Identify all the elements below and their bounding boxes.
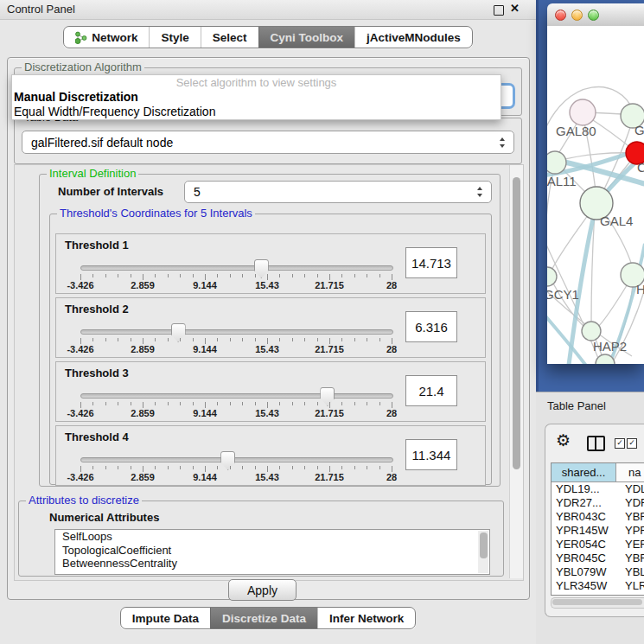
tick-label: 9.144 — [193, 408, 217, 418]
attribute-item-betweennesscentrality[interactable]: BetweennessCentrality — [55, 557, 489, 571]
cell-shared-name: YBL079W — [552, 565, 620, 579]
slider-tick-marks — [80, 338, 392, 344]
zoom-traffic-light-icon[interactable] — [588, 10, 599, 21]
tab-network[interactable]: Network — [64, 27, 149, 48]
threshold-label: Threshold 4 — [65, 430, 129, 443]
table-panel-title: Table Panel — [547, 399, 606, 412]
slider-tick-labels: -3.4262.8599.14415.4321.71528 — [80, 344, 392, 354]
threshold-value-field[interactable]: 11.344 — [405, 439, 457, 470]
cell-shared-name: YDR27... — [552, 496, 620, 510]
threshold-slider-track[interactable] — [80, 393, 393, 399]
tab-impute-data[interactable]: Impute Data — [121, 608, 210, 628]
table-panel-titlebar: Table Panel — [536, 392, 644, 422]
tab-select[interactable]: Select — [201, 27, 258, 48]
threshold-slider-track[interactable] — [80, 457, 393, 462]
attributes-list-scrollbar[interactable] — [478, 531, 488, 573]
table-row[interactable]: YBL079WYBL0 — [552, 565, 644, 579]
tick-label: 15.43 — [255, 472, 279, 482]
network-canvas[interactable]: GAL80GACGAL11GAL4GCY1HHAP2 — [547, 26, 644, 364]
attribute-item-topologicalcoefficient[interactable]: TopologicalCoefficient — [55, 544, 489, 558]
number-of-intervals-combobox[interactable]: 5 — [184, 181, 492, 203]
network-node-label: H — [636, 282, 644, 296]
table-horizontal-scrollbar[interactable] — [551, 597, 644, 609]
attribute-item-selfloops[interactable]: SelfLoops — [55, 530, 489, 544]
slider-tick-labels: -3.4262.8599.14415.4321.71528 — [80, 280, 392, 290]
table-row[interactable]: YDR27...YDR2 — [552, 496, 644, 510]
tick-label: 21.715 — [315, 344, 344, 354]
tab-jactivemnodules[interactable]: jActiveMNodules — [354, 27, 472, 48]
table-panel: ⚙ ✓ ✓ shared...na YDL19...YDL1YDR27...YD… — [536, 420, 644, 644]
column-header-na[interactable]: na — [616, 463, 644, 481]
tab-infer-network[interactable]: Infer Network — [317, 608, 415, 628]
settings-scrollbar-thumb[interactable] — [513, 177, 520, 469]
threshold-value-field[interactable]: 14.713 — [405, 247, 457, 278]
slider-tick-marks — [80, 274, 392, 280]
network-node-HAP2[interactable] — [582, 322, 601, 341]
network-node-label: GCY1 — [547, 287, 579, 302]
tab-discretize-data[interactable]: Discretize Data — [210, 608, 317, 628]
table-row[interactable]: YDL19...YDL1 — [552, 482, 644, 496]
network-node-label: GA — [634, 123, 644, 137]
table-data-combobox-value: galFiltered.sif default node — [31, 136, 173, 150]
threshold-value-field[interactable]: 21.4 — [405, 375, 457, 406]
minimize-traffic-light-icon[interactable] — [571, 10, 583, 21]
node-attribute-table[interactable]: shared...na YDL19...YDL1YDR27...YDR2YBR0… — [551, 462, 644, 596]
table-row[interactable]: YLR345WYLR3 — [552, 579, 644, 593]
network-node-label: C — [637, 160, 644, 175]
network-node-label: GAL11 — [547, 174, 577, 188]
control-panel: Control Panel ✕ NetworkStyleSelectCyni T… — [0, 0, 537, 644]
cell-shared-name: YDL19... — [552, 482, 620, 496]
algorithm-option-manual-discretization[interactable]: Manual Discretization — [12, 90, 501, 105]
tab-cyni-toolbox[interactable]: Cyni Toolbox — [258, 27, 355, 48]
network-node-label: GAL80 — [556, 124, 596, 138]
threshold-value-field[interactable]: 6.316 — [405, 311, 457, 342]
cell-name: YDL1 — [620, 482, 644, 496]
network-node-GAL11[interactable] — [547, 151, 566, 174]
checkbox-icon[interactable]: ✓ — [627, 438, 637, 449]
table-row[interactable]: YBR045CYBR0 — [552, 552, 644, 565]
table-row[interactable]: YER054CYER0 — [552, 538, 644, 552]
numerical-attributes-list[interactable]: SelfLoopsTopologicalCoefficientBetweenne… — [54, 529, 490, 575]
algorithm-dropdown-hint: Select algorithm to view settings — [12, 76, 501, 90]
table-row[interactable]: YPR145WYPR1 — [552, 524, 644, 538]
cell-name: YIL0 — [620, 593, 644, 596]
table-row[interactable]: YBR043CYBR0 — [552, 510, 644, 524]
network-node-GCY1[interactable] — [547, 267, 557, 286]
tick-label: 2.859 — [131, 344, 155, 354]
split-columns-icon[interactable] — [587, 436, 605, 451]
close-icon[interactable]: ✕ — [510, 2, 520, 15]
cell-name: YDR2 — [620, 496, 644, 510]
tick-label: 28 — [386, 472, 397, 482]
algorithm-option-equal-width-frequency-discretization[interactable]: Equal Width/Frequency Discretization — [12, 105, 501, 119]
control-panel-titlebar: Control Panel ✕ — [0, 0, 536, 20]
tab-style[interactable]: Style — [149, 27, 200, 48]
gear-icon[interactable]: ⚙ — [556, 432, 571, 449]
cell-name: YLR3 — [620, 579, 644, 593]
slider-tick-marks — [80, 402, 392, 408]
settings-vertical-scrollbar[interactable] — [509, 165, 523, 578]
network-node-GAL80[interactable] — [570, 99, 596, 125]
table-row[interactable]: YIL052CYIL0 — [552, 593, 644, 596]
threshold-slider-track[interactable] — [80, 329, 393, 335]
close-traffic-light-icon[interactable] — [555, 10, 566, 21]
network-node-label: HAP2 — [593, 339, 627, 354]
checkbox-icon[interactable]: ✓ — [615, 438, 625, 449]
apply-button[interactable]: Apply — [228, 579, 296, 601]
threshold-slider-track[interactable] — [80, 265, 393, 271]
attributes-group-title: Attributes to discretize — [26, 494, 142, 507]
table-panel-inner: ⚙ ✓ ✓ shared...na YDL19...YDL1YDR27...YD… — [545, 424, 644, 617]
tab-label: jActiveMNodules — [367, 31, 461, 44]
column-header-shared-[interactable]: shared... — [552, 463, 616, 481]
screen: { "control_panel": { "title": "Control P… — [0, 0, 644, 644]
network-node-label: GAL4 — [600, 214, 633, 228]
cell-shared-name: YBR045C — [552, 552, 620, 565]
number-of-intervals-label: Number of Intervals — [58, 185, 163, 198]
tick-label: 28 — [386, 344, 397, 354]
tick-label: 2.859 — [131, 280, 155, 290]
number-of-intervals-value: 5 — [194, 185, 201, 199]
cell-name: YBR0 — [620, 552, 644, 565]
threshold-block-2: Threshold 2-3.4262.8599.14415.4321.71528… — [55, 297, 486, 358]
settings-scrollpane: Interval Definition Number of Intervals … — [14, 164, 524, 581]
float-window-icon[interactable] — [494, 5, 504, 16]
table-data-combobox[interactable]: galFiltered.sif default node — [22, 131, 514, 154]
